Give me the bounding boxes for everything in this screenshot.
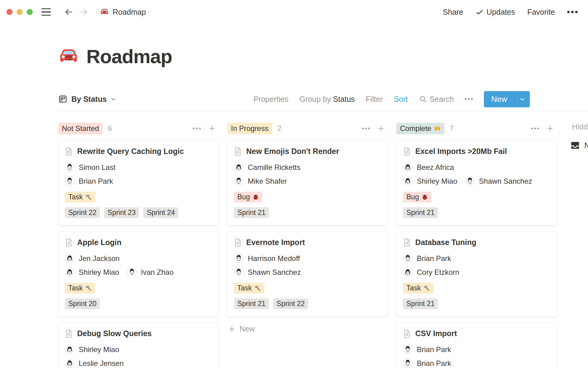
sprint-pill: Sprint 21 <box>403 207 438 218</box>
page-icon <box>403 329 411 338</box>
more-menu-icon[interactable] <box>567 11 578 13</box>
column-header: Complete7 <box>396 111 557 135</box>
breadcrumb[interactable]: Roadmap <box>100 7 146 17</box>
board-card[interactable]: Apple LoginJen JacksonShirley MiaoIvan Z… <box>58 232 219 317</box>
board-card[interactable]: Debug Slow QueriesShirley MiaoLeslie Jen… <box>58 323 219 368</box>
board-card[interactable]: Excel Imports >20Mb FailBeez AfricaShirl… <box>396 140 557 226</box>
card-title-text: Apple Login <box>77 238 121 247</box>
column-header: Not Started6 <box>58 111 219 135</box>
sort-button[interactable]: Sort <box>394 95 408 104</box>
board-card[interactable]: Database TuningBrian ParkCory EtzkornTas… <box>396 232 557 317</box>
card-sprints-row: Sprint 21Sprint 22 <box>234 298 381 309</box>
card-assignee-row: Brian Park <box>403 358 550 368</box>
properties-button[interactable]: Properties <box>254 95 288 104</box>
card-assignee-row: Beez Africa <box>403 163 550 172</box>
column-add-icon[interactable] <box>546 125 554 132</box>
avatar <box>403 176 413 186</box>
group-by-button[interactable]: Group by Status <box>300 95 355 104</box>
tag-pill: Task <box>65 192 95 202</box>
board-card[interactable]: Evernote ImportHarrison MedoffShawn Sanc… <box>227 232 388 317</box>
assignee: Mike Shafer <box>234 176 287 186</box>
car-emoji <box>100 7 109 17</box>
new-card-button[interactable]: New <box>227 324 388 333</box>
column-status-pill[interactable]: Not Started <box>58 123 103 134</box>
column-more-icon[interactable] <box>531 128 539 129</box>
minimize-window-button[interactable] <box>17 9 23 15</box>
hidden-group-row[interactable]: No Status <box>570 140 588 151</box>
updates-button[interactable]: Updates <box>476 8 515 17</box>
assignee: Simon Last <box>65 163 115 172</box>
column-more-icon[interactable] <box>362 128 370 129</box>
assignee-name: Jen Jackson <box>79 254 119 263</box>
sprint-pill: Sprint 23 <box>104 207 139 218</box>
card-tags-row: Task <box>65 192 212 202</box>
column-more-icon[interactable] <box>193 128 201 129</box>
card-sprints-row: Sprint 21 <box>403 207 550 218</box>
column-status-pill[interactable]: In Progress <box>227 123 272 134</box>
lady-beetle-emoji <box>421 194 428 201</box>
column-status-pill[interactable]: Complete <box>396 123 444 134</box>
hidden-columns-label: Hidden <box>572 122 588 131</box>
card-title-text: New Emojis Don't Render <box>246 147 339 156</box>
page-icon <box>403 147 411 156</box>
share-button[interactable]: Share <box>443 8 463 17</box>
assignee-name: Brian Park <box>79 177 113 186</box>
column-add-icon[interactable] <box>377 125 385 132</box>
page-title[interactable]: Roadmap <box>58 44 588 69</box>
board-column-in-progress: In Progress2New Emojis Don't RenderCamil… <box>227 111 388 333</box>
inbox-icon <box>570 140 581 151</box>
column-add-icon[interactable] <box>208 125 216 132</box>
window-title-bar: Roadmap Share Updates Favorite <box>0 0 588 24</box>
card-title-text: Debug Slow Queries <box>77 329 152 338</box>
assignee-name: Harrison Medoff <box>248 254 300 263</box>
favorite-button[interactable]: Favorite <box>527 8 555 17</box>
back-arrow-icon[interactable] <box>64 7 74 17</box>
sidebar-menu-icon[interactable] <box>41 8 51 16</box>
assignee: Brian Park <box>403 254 451 263</box>
card-title-text: Rewrite Query Caching Logic <box>77 147 184 156</box>
card-assignee-row: Mike Shafer <box>234 176 381 186</box>
zoom-window-button[interactable] <box>27 9 33 15</box>
filter-button[interactable]: Filter <box>366 95 383 104</box>
forward-arrow-icon[interactable] <box>79 7 89 17</box>
assignee: Jen Jackson <box>65 254 119 263</box>
avatar <box>234 176 243 186</box>
board-card[interactable]: CSV ImportBrian ParkBrian Park <box>396 323 557 368</box>
assignee-name: Brian Park <box>417 359 451 368</box>
page-icon <box>403 238 411 247</box>
column-status-label: Complete <box>400 124 432 133</box>
tag-pill: Bug <box>234 192 262 202</box>
hammer-emoji <box>85 194 92 201</box>
tag-label: Task <box>237 284 252 292</box>
card-assignee-row: Brian Park <box>403 345 550 354</box>
check-icon <box>476 8 484 16</box>
search-button[interactable]: Search <box>419 95 454 104</box>
avatar <box>403 267 413 277</box>
assignee-name: Leslie Jensen <box>79 359 124 368</box>
board-card[interactable]: New Emojis Don't RenderCamille RickettsM… <box>227 140 388 226</box>
assignee: Harrison Medoff <box>234 254 300 263</box>
avatar <box>65 345 74 354</box>
sprint-pill: Sprint 21 <box>403 298 438 309</box>
avatar <box>234 254 243 263</box>
card-assignee-row: Shirley Miao <box>65 345 212 354</box>
chevron-down-icon <box>111 96 116 102</box>
card-sprints-row: Sprint 21 <box>234 207 381 218</box>
view-options-icon[interactable] <box>465 98 473 100</box>
new-card-label: New <box>239 324 255 333</box>
column-count: 2 <box>277 124 281 133</box>
assignee: Leslie Jensen <box>65 358 124 368</box>
assignee-name: Brian Park <box>417 345 451 354</box>
close-window-button[interactable] <box>6 9 13 15</box>
assignee-name: Brian Park <box>417 254 451 263</box>
new-dropdown-chevron-icon[interactable] <box>514 91 530 107</box>
view-switcher[interactable]: By Status <box>58 94 116 104</box>
avatar <box>65 163 74 172</box>
new-button[interactable]: New <box>484 91 530 107</box>
assignee-name: Mike Shafer <box>248 177 287 186</box>
search-icon <box>419 95 427 103</box>
card-title-row: New Emojis Don't Render <box>234 147 381 156</box>
board-card[interactable]: Rewrite Query Caching LogicSimon LastBri… <box>58 140 219 226</box>
assignee-name: Cory Etzkorn <box>417 268 459 277</box>
tag-label: Bug <box>406 193 419 201</box>
